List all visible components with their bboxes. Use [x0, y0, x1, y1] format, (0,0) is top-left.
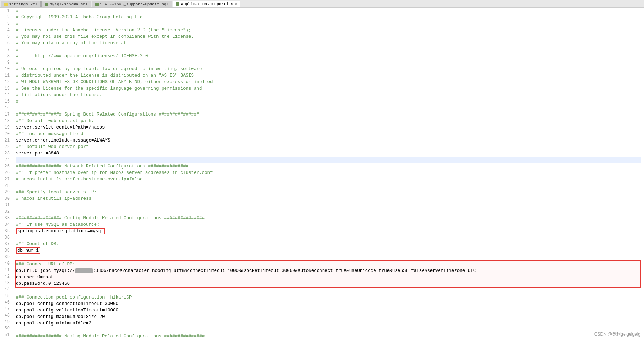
tab-label-ipv6-sql: 1.4.0-ipv6_support-update.sql — [100, 2, 169, 6]
code-text: # Copyright 1999-2021 Alibaba Group Hold… — [16, 15, 145, 20]
code-line: # limitations under the License. — [16, 92, 641, 98]
code-line — [16, 288, 641, 294]
code-line: # — [16, 98, 641, 105]
code-line: # Unless required by applicable law or a… — [16, 66, 641, 72]
code-line: ### Default web context path: — [16, 118, 641, 124]
code-line: ### If use MySQL as datasource: — [16, 221, 641, 228]
code-text: ### Include message field — [16, 131, 83, 136]
code-line: db.pool.config.minimumIdle=2 — [16, 320, 641, 327]
code-line: # — [16, 21, 641, 27]
code-line — [16, 183, 641, 189]
code-line: db.password.0=123456 — [16, 281, 640, 287]
code-line: server.error.include-message=ALWAYS — [16, 137, 641, 144]
code-line: db.pool.config.connectionTimeout=30000 — [16, 301, 641, 307]
code-line: # http://www.apache.org/licenses/LICENSE… — [16, 53, 641, 59]
code-line: ### Include message field — [16, 131, 641, 137]
code-line: # nacos.inetutils.prefer-hostname-over-i… — [16, 176, 641, 183]
code-text: ### If use MySQL as datasource: — [16, 222, 100, 227]
tab-icon-sql1 — [45, 3, 48, 6]
code-line: # — [16, 8, 641, 14]
tab-label-application-properties: application.properties — [181, 2, 233, 6]
code-line: db.num=1 — [16, 247, 641, 254]
code-line: ### Connect URL of DB: — [16, 261, 640, 268]
code-line — [16, 234, 641, 241]
code-line: # Copyright 1999-2021 Alibaba Group Hold… — [16, 14, 641, 21]
code-text: ### Specify local server's IP: — [16, 190, 97, 195]
code-line — [16, 327, 641, 333]
code-line: ### Specify local server's IP: — [16, 189, 641, 196]
code-text: # Licensed under the Apache License, Ver… — [16, 28, 191, 33]
code-line: # You may obtain a copy of the License a… — [16, 40, 641, 46]
code-text: server.error.include-message=ALWAYS — [16, 138, 110, 143]
code-line: db.url.0=jdbc:mysql:// :3306/nacos?chara… — [16, 268, 640, 274]
watermark: CSDN @奥利geigeigeig — [594, 331, 640, 337]
tab-icon-sql2 — [95, 3, 99, 6]
code-text: # — [16, 21, 19, 26]
code-text: # — [16, 8, 19, 13]
tab-label-mysql-schema: mysql-schema.sql — [50, 2, 88, 6]
code-line — [16, 202, 641, 208]
boxed-line: db.num=1 — [16, 247, 40, 254]
code-text: # See the License for the specific langu… — [16, 86, 202, 91]
code-text: db.pool.config.validationTimeout=10000 — [16, 308, 118, 313]
editor: 1234567891011121314151617181920212223242… — [0, 8, 644, 339]
code-line — [16, 105, 641, 111]
code-text: ################# Naming Module Related … — [16, 334, 205, 339]
code-text: ### Default web server port: — [16, 144, 91, 149]
code-line: ################# Network Related Config… — [16, 163, 641, 170]
tab-ipv6-sql[interactable]: 1.4.0-ipv6_support-update.sql — [92, 1, 172, 7]
code-text: ### Default web context path: — [16, 118, 94, 124]
code-text: # — [16, 47, 19, 52]
code-text: db.user.0=root — [16, 275, 54, 280]
code-text: # limitations under the License. — [16, 93, 102, 98]
code-line: db.pool.config.maximumPoolSize=20 — [16, 314, 641, 320]
comment-prefix: # — [16, 54, 35, 59]
db-connection-block: ### Connect URL of DB:db.url.0=jdbc:mysq… — [15, 260, 641, 288]
code-text: ################# Config Module Related … — [16, 216, 205, 221]
code-line: ### Count of DB: — [16, 241, 641, 247]
code-text: # Unless required by applicable law or a… — [16, 67, 202, 72]
code-text: ################# Network Related Config… — [16, 164, 188, 169]
code-text: db.pool.config.connectionTimeout=30000 — [16, 301, 118, 306]
code-text: # you may not use this file except in co… — [16, 34, 194, 39]
code-line: server.servlet.contextPath=/nacos — [16, 124, 641, 131]
code-line: # WITHOUT WARRANTIES OR CONDITIONS OF AN… — [16, 79, 641, 85]
code-text: # You may obtain a copy of the License a… — [16, 41, 127, 46]
code-line: # Licensed under the Apache License, Ver… — [16, 27, 641, 33]
boxed-line: spring.datasource.platform=mysql — [16, 228, 105, 234]
code-text: :3306/nacos?characterEncoding=utf8&conne… — [93, 268, 476, 273]
code-line: # distributed under the License is distr… — [16, 72, 641, 79]
code-line — [16, 254, 641, 260]
code-content[interactable]: ## Copyright 1999-2021 Alibaba Group Hol… — [13, 8, 644, 339]
tab-application-properties[interactable]: application.properties ✕ — [173, 1, 240, 7]
code-line: # See the License for the specific langu… — [16, 85, 641, 92]
url-link[interactable]: http://www.apache.org/licenses/LICENSE-2… — [35, 54, 148, 59]
code-line: server.port=8848 — [16, 150, 641, 157]
tab-mysql-schema[interactable]: mysql-schema.sql — [41, 1, 91, 7]
code-line — [16, 208, 641, 215]
code-text: db.password.0=123456 — [16, 281, 70, 286]
tab-settings-xml[interactable]: settings.xml — [1, 1, 41, 7]
code-text: # nacos.inetutils.prefer-hostname-over-i… — [16, 177, 143, 182]
code-line: ################# Spring Boot Related Co… — [16, 111, 641, 118]
code-text: # distributed under the License is distr… — [16, 73, 197, 78]
code-text: server.servlet.contextPath=/nacos — [16, 125, 105, 130]
code-line: ################# Config Module Related … — [16, 215, 641, 221]
line-numbers: 1234567891011121314151617181920212223242… — [0, 8, 13, 339]
code-text: # WITHOUT WARRANTIES OR CONDITIONS OF AN… — [16, 80, 215, 85]
code-line: # — [16, 46, 641, 53]
code-line: db.pool.config.validationTimeout=10000 — [16, 307, 641, 314]
tab-bar: settings.xml mysql-schema.sql 1.4.0-ipv6… — [0, 0, 644, 8]
code-line: ### If prefer hostname over ip for Nacos… — [16, 170, 641, 176]
code-text: server.port=8848 — [16, 151, 59, 156]
code-text: ### If prefer hostname over ip for Nacos… — [16, 170, 215, 175]
code-text: db.pool.config.maximumPoolSize=20 — [16, 314, 105, 319]
code-text: ### Count of DB: — [16, 242, 59, 247]
code-text: db.pool.config.minimumIdle=2 — [16, 321, 91, 326]
code-line: ### Connection pool configuration: hikar… — [16, 294, 641, 301]
code-line: ### Default web server port: — [16, 144, 641, 150]
tab-close-button[interactable]: ✕ — [235, 2, 237, 6]
code-line: ################# Naming Module Related … — [16, 333, 641, 339]
code-text: ### Connect URL of DB: — [16, 262, 75, 267]
code-line: # you may not use this file except in co… — [16, 33, 641, 40]
